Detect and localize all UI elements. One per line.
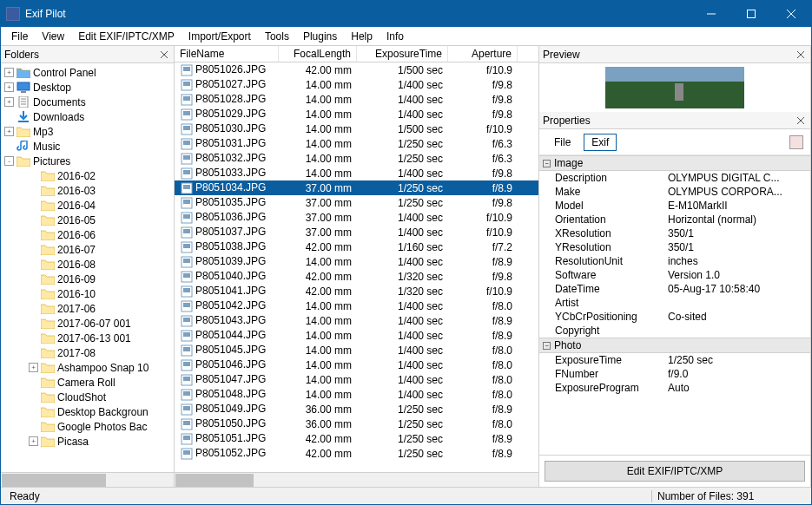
minimize-button[interactable] [691, 1, 731, 27]
expander-icon[interactable]: + [4, 127, 14, 136]
menu-help[interactable]: Help [344, 29, 380, 44]
file-row[interactable]: P8051035.JPG37.00 mm1/250 secf/9.8 [175, 195, 538, 210]
file-row[interactable]: P8051039.JPG14.00 mm1/400 secf/8.9 [175, 254, 538, 269]
file-row[interactable]: P8051037.JPG37.00 mm1/400 secf/10.9 [175, 225, 538, 239]
column-exposuretime[interactable]: ExposureTime [357, 46, 448, 62]
file-row[interactable]: P8051050.JPG36.00 mm1/250 secf/8.0 [175, 416, 538, 431]
folder-tree[interactable]: +Control Panel+Desktop+DocumentsDownload… [1, 63, 174, 472]
file-row[interactable]: P8051028.JPG14.00 mm1/400 secf/9.8 [175, 92, 538, 107]
tree-item[interactable]: Music [1, 139, 174, 154]
menu-tools[interactable]: Tools [258, 29, 296, 44]
tree-item[interactable]: 2016-06 [1, 227, 174, 242]
prop-row[interactable]: Artist [539, 296, 810, 310]
prop-group-header[interactable]: −Photo [539, 338, 810, 353]
tree-item[interactable]: 2016-03 [1, 183, 174, 198]
column-aperture[interactable]: Aperture [448, 46, 518, 62]
tree-item[interactable]: +Desktop [1, 80, 174, 95]
filelist-hscrollbar[interactable] [175, 472, 538, 487]
file-row[interactable]: P8051048.JPG14.00 mm1/400 secf/8.0 [175, 387, 538, 402]
tree-item[interactable]: Google Photos Bac [1, 419, 174, 434]
close-button[interactable] [771, 1, 811, 27]
tree-item[interactable]: 2016-04 [1, 198, 174, 213]
menu-plugins[interactable]: Plugins [296, 29, 344, 44]
menu-view[interactable]: View [35, 29, 71, 44]
tree-item[interactable]: +Mp3 [1, 124, 174, 139]
prop-row[interactable]: DateTime05-Aug-17 10:58:40 [539, 282, 810, 296]
tree-item[interactable]: Camera Roll [1, 375, 174, 390]
tree-item[interactable]: +Documents [1, 95, 174, 109]
folders-hscrollbar[interactable] [1, 472, 174, 487]
column-focallength[interactable]: FocalLength [279, 46, 357, 62]
collapse-icon[interactable]: − [543, 342, 551, 350]
tree-item[interactable]: 2017-06 [1, 301, 174, 316]
prop-row[interactable]: OrientationHorizontal (normal) [539, 213, 810, 226]
expander-icon[interactable]: + [4, 97, 14, 107]
prop-row[interactable]: FNumberf/9.0 [539, 367, 810, 381]
menu-import-export[interactable]: Import/Export [182, 29, 258, 44]
prop-row[interactable]: DescriptionOLYMPUS DIGITAL C... [539, 171, 810, 185]
file-row[interactable]: P8051046.JPG14.00 mm1/400 secf/8.0 [175, 357, 538, 372]
prop-row[interactable]: YCbCrPositioningCo-sited [539, 310, 810, 324]
file-row[interactable]: P8051027.JPG14.00 mm1/400 secf/9.8 [175, 77, 538, 92]
file-row[interactable]: P8051041.JPG42.00 mm1/320 secf/10.9 [175, 284, 538, 298]
tree-item[interactable]: +Ashampoo Snap 10 [1, 360, 174, 375]
tree-item[interactable]: Desktop Backgroun [1, 404, 174, 419]
menu-file[interactable]: File [4, 29, 35, 44]
file-row[interactable]: P8051042.JPG14.00 mm1/400 secf/8.0 [175, 298, 538, 313]
file-row[interactable]: P8051033.JPG14.00 mm1/400 secf/9.8 [175, 166, 538, 180]
tree-item[interactable]: 2017-08 [1, 345, 174, 360]
tree-item[interactable]: +Picasa [1, 434, 174, 449]
file-row[interactable]: P8051031.JPG14.00 mm1/250 secf/6.3 [175, 136, 538, 151]
file-row[interactable]: P8051044.JPG14.00 mm1/400 secf/8.9 [175, 328, 538, 343]
prop-row[interactable]: ResolutionUnitinches [539, 254, 810, 268]
prop-group-header[interactable]: −Image [539, 155, 810, 171]
file-row[interactable]: P8051032.JPG14.00 mm1/250 secf/6.3 [175, 151, 538, 166]
tree-item[interactable]: 2016-05 [1, 213, 174, 227]
prop-row[interactable]: SoftwareVersion 1.0 [539, 268, 810, 282]
file-row[interactable]: P8051026.JPG42.00 mm1/500 secf/10.9 [175, 62, 538, 77]
file-row[interactable]: P8051051.JPG42.00 mm1/250 secf/8.9 [175, 431, 538, 446]
file-row[interactable]: P8051040.JPG42.00 mm1/320 secf/9.8 [175, 269, 538, 284]
options-button[interactable] [789, 135, 803, 149]
preview-close-button[interactable] [795, 49, 807, 61]
file-row[interactable]: P8051029.JPG14.00 mm1/400 secf/9.8 [175, 107, 538, 121]
prop-row[interactable]: ModelE-M10MarkII [539, 199, 810, 213]
expander-icon[interactable]: + [29, 436, 38, 446]
expander-icon[interactable]: - [4, 156, 14, 166]
tree-item[interactable]: 2016-10 [1, 286, 174, 301]
prop-row[interactable]: YResolution350/1 [539, 240, 810, 254]
expander-icon[interactable]: + [4, 82, 14, 92]
collapse-icon[interactable]: − [543, 160, 551, 167]
folders-close-button[interactable] [158, 49, 170, 61]
file-row[interactable]: P8051030.JPG14.00 mm1/500 secf/10.9 [175, 121, 538, 136]
file-row[interactable]: P8051052.JPG42.00 mm1/250 secf/8.9 [175, 446, 538, 461]
filelist-body[interactable]: P8051026.JPG42.00 mm1/500 secf/10.9P8051… [175, 62, 538, 472]
tab-exif[interactable]: Exif [584, 134, 617, 151]
menu-edit-exif-iptc-xmp[interactable]: Edit EXIF/IPTC/XMP [71, 29, 182, 44]
tree-item[interactable]: +Control Panel [1, 65, 174, 80]
file-row[interactable]: P8051047.JPG14.00 mm1/400 secf/8.0 [175, 372, 538, 387]
prop-row[interactable]: Copyright [539, 324, 810, 338]
properties-body[interactable]: −ImageDescriptionOLYMPUS DIGITAL C...Mak… [539, 155, 810, 455]
tree-item[interactable]: 2016-09 [1, 272, 174, 286]
tree-item[interactable]: 2016-07 [1, 242, 174, 257]
tree-item[interactable]: 2016-02 [1, 168, 174, 183]
tree-item[interactable]: CloudShot [1, 390, 174, 404]
column-filename[interactable]: FileName [175, 46, 279, 62]
prop-row[interactable]: MakeOLYMPUS CORPORA... [539, 185, 810, 199]
tree-item[interactable]: 2017-06-07 001 [1, 316, 174, 331]
file-row[interactable]: P8051038.JPG42.00 mm1/160 secf/7.2 [175, 239, 538, 254]
tree-item[interactable]: Downloads [1, 109, 174, 124]
menu-info[interactable]: Info [380, 29, 411, 44]
properties-close-button[interactable] [795, 115, 807, 127]
maximize-button[interactable] [731, 1, 771, 27]
tree-item[interactable]: -Pictures [1, 154, 174, 168]
file-row[interactable]: P8051034.JPG37.00 mm1/250 secf/8.9 [175, 180, 538, 195]
file-row[interactable]: P8051045.JPG14.00 mm1/400 secf/8.0 [175, 343, 538, 357]
preview-thumbnail[interactable] [605, 67, 744, 108]
tree-item[interactable]: 2017-06-13 001 [1, 331, 174, 345]
prop-row[interactable]: XResolution350/1 [539, 226, 810, 240]
file-row[interactable]: P8051043.JPG14.00 mm1/400 secf/8.9 [175, 313, 538, 328]
tab-file[interactable]: File [546, 134, 578, 151]
expander-icon[interactable]: + [29, 363, 38, 372]
